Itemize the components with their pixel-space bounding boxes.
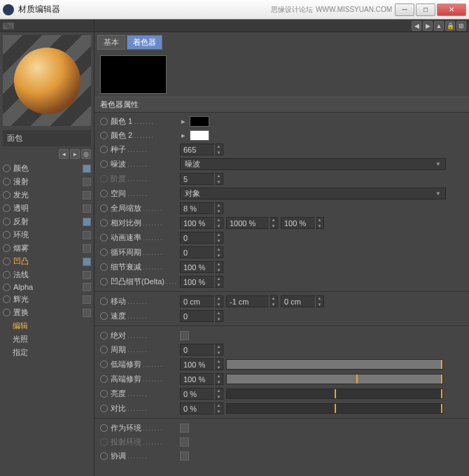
number-input[interactable]: ▲▼: [180, 246, 223, 258]
number-input[interactable]: ▲▼: [180, 217, 223, 229]
hdr-up-icon[interactable]: ▲: [434, 21, 444, 31]
prop-radio[interactable]: [100, 146, 108, 153]
material-name[interactable]: 面包: [3, 130, 91, 146]
nav-next-icon[interactable]: ▸: [70, 149, 80, 159]
channel-checkbox[interactable]: [83, 244, 91, 253]
shader-preview[interactable]: [100, 55, 167, 94]
channel-radio[interactable]: [3, 178, 10, 186]
number-input[interactable]: ▲▼: [180, 261, 223, 273]
tab-basic[interactable]: 基本: [97, 35, 125, 50]
number-input[interactable]: ▲▼: [281, 217, 324, 229]
prop-radio[interactable]: [100, 405, 108, 412]
prop-radio[interactable]: [100, 346, 108, 354]
channel-checkbox[interactable]: [83, 204, 91, 213]
channel-checkbox[interactable]: [83, 164, 91, 173]
channel-checkbox[interactable]: [83, 218, 91, 226]
prop-radio[interactable]: [100, 438, 108, 446]
coord-checkbox[interactable]: [180, 451, 189, 461]
channel-label[interactable]: 反射: [13, 216, 80, 227]
color-swatch[interactable]: [190, 130, 209, 141]
nav-target-icon[interactable]: ◎: [81, 149, 91, 159]
channel-label[interactable]: 置换: [13, 307, 80, 318]
slider-bar[interactable]: [226, 388, 443, 399]
hdr-next-icon[interactable]: ▶: [423, 21, 433, 31]
number-input[interactable]: ▲▼: [180, 310, 223, 322]
prop-radio[interactable]: [100, 298, 108, 305]
channel-radio[interactable]: [3, 204, 10, 212]
prop-radio[interactable]: [100, 390, 108, 398]
prop-radio[interactable]: [100, 190, 108, 197]
channel-label[interactable]: 漫射: [13, 176, 80, 187]
prop-radio[interactable]: [100, 248, 108, 256]
channel-radio[interactable]: [3, 284, 10, 291]
absolute-checkbox[interactable]: [180, 331, 189, 340]
channel-label[interactable]: Alpha: [13, 283, 80, 291]
channel-checkbox[interactable]: [83, 283, 91, 291]
color-swatch[interactable]: [190, 116, 209, 127]
minimize-button[interactable]: ─: [395, 4, 414, 16]
number-input[interactable]: ▲▼: [226, 295, 278, 307]
space-combo[interactable]: 对象▼: [180, 188, 446, 200]
slider-bar[interactable]: [226, 359, 443, 370]
channel-radio[interactable]: [3, 231, 10, 239]
projenv-checkbox[interactable]: [180, 438, 189, 447]
channel-radio[interactable]: [3, 164, 10, 172]
prop-radio[interactable]: [100, 263, 108, 271]
prop-radio[interactable]: [100, 312, 108, 320]
channel-radio[interactable]: [3, 191, 10, 199]
channel-checkbox[interactable]: [83, 271, 91, 279]
number-input[interactable]: ▲▼: [180, 373, 223, 385]
subitem-label[interactable]: 指定: [13, 347, 91, 358]
subitem-label[interactable]: 编辑: [13, 321, 91, 331]
prop-radio[interactable]: [100, 424, 108, 432]
channel-checkbox[interactable]: [83, 309, 91, 317]
channel-checkbox[interactable]: [83, 231, 91, 239]
channel-radio[interactable]: [3, 218, 10, 225]
number-input[interactable]: ▲▼: [180, 232, 223, 244]
channel-checkbox[interactable]: [83, 295, 91, 304]
prop-radio[interactable]: [100, 219, 108, 227]
channel-label[interactable]: 透明: [13, 203, 80, 214]
prop-radio[interactable]: [100, 360, 108, 368]
noise-combo[interactable]: 噪波▼: [180, 158, 446, 170]
subitem-label[interactable]: 光照: [13, 334, 91, 344]
hdr-prev-icon[interactable]: ◀: [412, 21, 421, 31]
channel-label[interactable]: 法线: [13, 270, 80, 280]
prop-radio[interactable]: [100, 118, 108, 125]
number-input[interactable]: ▲▼: [281, 295, 324, 307]
prop-radio[interactable]: [100, 375, 108, 383]
asenv-checkbox[interactable]: [180, 424, 189, 433]
channel-radio[interactable]: [3, 295, 10, 303]
channel-label[interactable]: 颜色: [13, 163, 80, 174]
maximize-button[interactable]: □: [416, 4, 435, 16]
prop-radio[interactable]: [100, 452, 108, 460]
nav-prev-icon[interactable]: ◂: [59, 149, 69, 159]
channel-radio[interactable]: [3, 244, 10, 252]
channel-radio[interactable]: [3, 271, 10, 279]
channel-checkbox[interactable]: [83, 191, 91, 200]
number-input[interactable]: ▲▼: [226, 217, 278, 229]
number-input[interactable]: ▲▼: [180, 402, 223, 414]
close-button[interactable]: ✕: [437, 4, 466, 16]
slider-bar[interactable]: [226, 403, 443, 414]
hdr-lock-icon[interactable]: 🔒: [445, 21, 455, 31]
number-input[interactable]: ▲▼: [180, 202, 223, 214]
number-input[interactable]: ▲▼: [180, 358, 223, 370]
prop-radio[interactable]: [100, 132, 108, 139]
channel-label[interactable]: 凹凸: [13, 256, 80, 267]
channel-label[interactable]: 烟雾: [13, 243, 80, 253]
prop-radio[interactable]: [100, 160, 108, 168]
tab-shader[interactable]: 着色器: [127, 35, 162, 50]
prop-radio[interactable]: [100, 204, 108, 212]
number-input[interactable]: ▲▼: [180, 295, 223, 307]
channel-label[interactable]: 辉光: [13, 294, 80, 304]
number-input[interactable]: ▲▼: [180, 344, 223, 356]
prop-radio[interactable]: [100, 234, 108, 241]
channel-radio[interactable]: [3, 309, 10, 316]
number-input[interactable]: ▲▼: [180, 173, 223, 185]
channel-checkbox[interactable]: [83, 258, 91, 266]
prop-radio[interactable]: [100, 332, 108, 340]
number-input[interactable]: ▲▼: [180, 276, 223, 288]
prop-radio[interactable]: [100, 278, 108, 286]
channel-label[interactable]: 环境: [13, 230, 80, 240]
